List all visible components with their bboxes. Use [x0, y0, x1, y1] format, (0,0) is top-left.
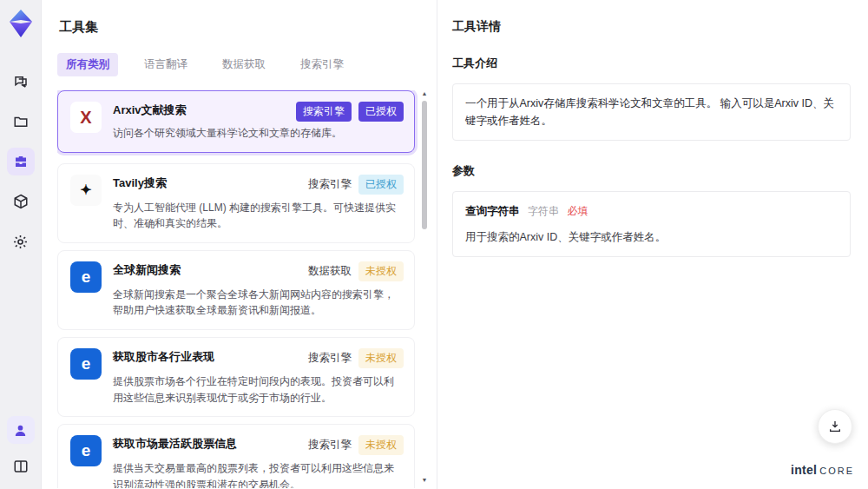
tab-search-engine[interactable]: 搜索引擎 [292, 53, 352, 76]
scroll-down-arrow[interactable]: ▼ [420, 477, 429, 483]
tab-data-fetch[interactable]: 数据获取 [214, 53, 274, 76]
param-header: 查询字符串 字符串 必填 [465, 202, 838, 220]
param-box: 查询字符串 字符串 必填 用于搜索的Arxiv ID、关键字或作者姓名。 [452, 191, 851, 257]
tool-name: 获取市场最活跃股票信息 [113, 435, 237, 452]
param-required-badge: 必填 [567, 205, 588, 217]
category-label: 数据获取 [308, 264, 352, 279]
category-label: 搜索引擎 [308, 177, 352, 192]
tool-card-sector-performance[interactable]: e 获取股市各行业表现 搜索引擎 未授权 提供股票市场各个行业在特定时间段内的表… [57, 337, 415, 417]
folder-icon[interactable] [7, 108, 35, 135]
scroll-up-arrow[interactable]: ▲ [420, 90, 429, 96]
tool-card-tavily[interactable]: ✦ Tavily搜索 搜索引擎 已授权 专为人工智能代理 (LLM) 构建的搜索… [57, 163, 415, 243]
tool-name: 全球新闻搜索 [113, 261, 181, 278]
tool-name: 获取股市各行业表现 [113, 348, 214, 365]
left-rail [0, 0, 42, 489]
tool-details-panel: 工具详情 工具介绍 一个用于从Arxiv存储库搜索科学论文和文章的工具。 输入可… [438, 0, 868, 489]
auth-status-badge: 未授权 [358, 435, 404, 455]
arxiv-x-icon: X [70, 102, 102, 133]
download-button[interactable] [818, 409, 852, 444]
params-heading: 参数 [452, 163, 851, 179]
details-title: 工具详情 [452, 19, 851, 35]
auth-status-badge: 已授权 [358, 175, 404, 195]
intro-text-box: 一个用于从Arxiv存储库搜索科学论文和文章的工具。 输入可以是Arxiv ID… [452, 83, 851, 141]
auth-status-badge: 未授权 [358, 348, 404, 368]
settings-gear-icon[interactable] [7, 228, 35, 255]
tool-description: 访问各个研究领域大量科学论文和文章的存储库。 [113, 125, 399, 142]
category-label: 搜索引擎 [308, 351, 352, 366]
tool-list-panel: 工具集 所有类别 语言翻译 数据获取 搜索引擎 X Arxiv文献搜索 搜索引擎… [42, 0, 437, 489]
tab-all-categories[interactable]: 所有类别 [57, 53, 118, 76]
tool-description: 全球新闻搜索是一个聚合全球各大新闻网站内容的搜索引擎，帮助用户快速获取全球最新资… [113, 287, 399, 319]
param-description: 用于搜索的Arxiv ID、关键字或作者姓名。 [465, 228, 838, 246]
tool-card-most-active-stocks[interactable]: e 获取市场最活跃股票信息 搜索引擎 未授权 提供当天交易量最高的股票列表，投资… [57, 424, 415, 488]
intro-heading: 工具介绍 [452, 56, 851, 71]
category-label: 搜索引擎 [308, 438, 352, 453]
tool-list: X Arxiv文献搜索 搜索引擎 已授权 访问各个研究领域大量科学论文和文章的存… [57, 90, 429, 488]
auth-status-badge: 未授权 [358, 261, 404, 281]
e-globe-icon: e [70, 261, 102, 293]
auth-status-badge: 已授权 [358, 102, 404, 122]
tool-card-global-news[interactable]: e 全球新闻搜索 数据获取 未授权 全球新闻搜索是一个聚合全球各大新闻网站内容的… [57, 250, 415, 330]
tool-name: Tavily搜索 [113, 175, 167, 191]
category-badge: 搜索引擎 [296, 102, 352, 122]
tab-language-translation[interactable]: 语言翻译 [135, 53, 196, 76]
sparkle-icon: ✦ [70, 175, 102, 206]
tool-description: 提供股票市场各个行业在特定时间段内的表现。投资者可以利用这些信息来识别表现优于或… [113, 373, 399, 406]
chat-icon[interactable] [7, 68, 35, 96]
param-name: 查询字符串 [465, 205, 520, 217]
e-globe-icon: e [70, 435, 102, 466]
tool-card-arxiv[interactable]: X Arxiv文献搜索 搜索引擎 已授权 访问各个研究领域大量科学论文和文章的存… [57, 90, 415, 153]
list-scrollbar: ▲ ▼ [420, 90, 429, 483]
download-icon [828, 420, 842, 433]
intel-core-logo: intel CORE [791, 463, 854, 477]
cube-icon[interactable] [7, 188, 35, 215]
panel-toggle-icon[interactable] [7, 453, 35, 480]
scrollbar-thumb[interactable] [422, 101, 427, 229]
category-tabs: 所有类别 语言翻译 数据获取 搜索引擎 [57, 53, 437, 76]
gem-logo-icon [8, 9, 34, 38]
tool-name: Arxiv文献搜索 [113, 102, 187, 118]
tool-description: 专为人工智能代理 (LLM) 构建的搜索引擎工具。可快速提供实时、准确和真实的结… [113, 200, 399, 232]
user-icon[interactable] [7, 416, 35, 444]
page-title: 工具集 [59, 19, 437, 36]
tool-description: 提供当天交易量最高的股票列表，投资者可以利用这些信息来识别流动性强的股票和潜在的… [113, 460, 399, 488]
e-globe-icon: e [70, 348, 102, 380]
param-type: 字符串 [528, 205, 559, 217]
toolbox-icon[interactable] [7, 148, 35, 175]
